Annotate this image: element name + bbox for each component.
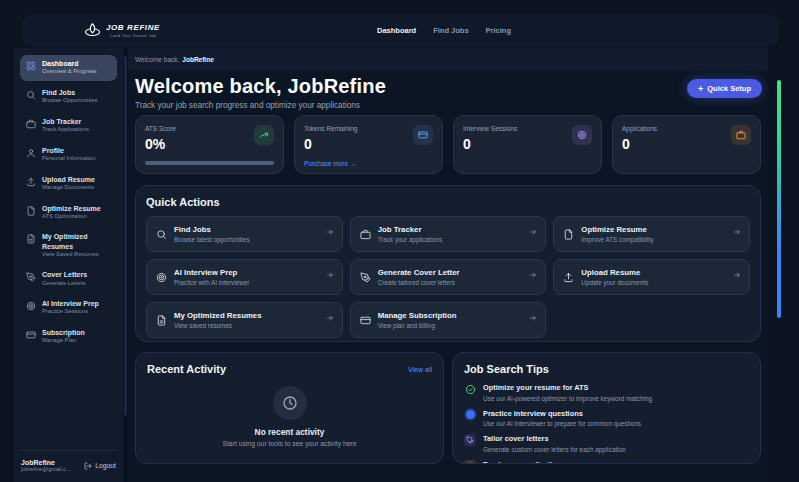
upload-icon bbox=[563, 272, 574, 283]
ats-progress-bar bbox=[145, 161, 274, 165]
user-name: JobRefine bbox=[21, 459, 71, 466]
file-icon bbox=[156, 315, 167, 326]
stats-row: ATS Score 0% Tokens Remaining 0 Purchase… bbox=[135, 115, 761, 174]
clock-icon bbox=[273, 386, 307, 420]
sidebar-footer: JobRefine jobrefine@gmail.c... Logout bbox=[20, 450, 117, 482]
tip-item-clipped: Track your applications bbox=[464, 460, 749, 464]
quick-action-generate-cover-letter[interactable]: Generate Cover LetterCreate tailored cov… bbox=[350, 259, 547, 295]
top-navbar: JOB REFINE Land Your Dream Job Dashboard… bbox=[22, 14, 779, 47]
briefcase-icon bbox=[26, 119, 36, 129]
page-scrollbar-thumb[interactable] bbox=[777, 80, 781, 318]
sidebar-item-label: My Optimized Resumes bbox=[42, 232, 111, 250]
stat-card-ats-score: ATS Score 0% bbox=[135, 115, 284, 174]
quick-action-title: Upload Resume bbox=[581, 268, 648, 277]
sidebar-item-subtitle: Generate Letters bbox=[42, 280, 87, 288]
blue-dot-icon bbox=[464, 409, 476, 421]
arrow-right-icon bbox=[529, 228, 537, 236]
sidebar-item-dashboard[interactable]: DashboardOverview & Progress bbox=[20, 55, 117, 81]
tip-title: Track your applications bbox=[483, 460, 566, 464]
sidebar-item-subtitle: Overview & Progress bbox=[42, 68, 96, 76]
quick-action-my-optimized-resumes[interactable]: My Optimized ResumesView saved resumes bbox=[146, 302, 343, 338]
sidebar-item-profile[interactable]: ProfilePersonal Information bbox=[20, 142, 117, 168]
quick-action-title: Generate Cover Letter bbox=[378, 268, 460, 277]
sidebar-item-my-optimized-resumes[interactable]: My Optimized ResumesView Saved Resumes bbox=[20, 228, 117, 263]
sidebar-menu: DashboardOverview & Progress Find JobsBr… bbox=[14, 48, 123, 450]
check-circle-icon bbox=[464, 383, 476, 395]
empty-subtitle: Start using our tools to see your activi… bbox=[147, 440, 432, 447]
sidebar-item-subtitle: Browse Opportunities bbox=[42, 97, 97, 105]
page-subtitle: Track your job search progress and optim… bbox=[135, 101, 360, 110]
sidebar-item-ai-interview-prep[interactable]: AI Interview PrepPractice Sessions bbox=[20, 295, 117, 321]
quick-action-manage-subscription[interactable]: Manage SubscriptionView plan and billing bbox=[350, 302, 547, 338]
sidebar-item-label: Find Jobs bbox=[42, 88, 97, 97]
view-all-link[interactable]: View all bbox=[408, 366, 432, 373]
tip-desc: Generate custom cover letters for each a… bbox=[483, 446, 626, 453]
rocket-logo-icon bbox=[84, 22, 101, 39]
quick-action-ai-interview-prep[interactable]: AI Interview PrepPractice with AI interv… bbox=[146, 259, 343, 295]
pen-icon bbox=[360, 272, 371, 283]
sidebar-item-cover-letters[interactable]: Cover LettersGenerate Letters bbox=[20, 266, 117, 292]
quick-setup-button[interactable]: + Quick Setup bbox=[687, 79, 762, 98]
target-icon bbox=[572, 125, 592, 145]
file-icon bbox=[563, 229, 574, 240]
sidebar: DashboardOverview & Progress Find JobsBr… bbox=[14, 48, 123, 482]
briefcase-icon bbox=[464, 460, 476, 464]
arrow-right-icon bbox=[733, 271, 741, 279]
trending-up-icon bbox=[254, 125, 274, 145]
quick-action-job-tracker[interactable]: Job TrackerTrack your applications bbox=[350, 216, 547, 252]
pen-icon bbox=[26, 272, 36, 282]
quick-action-title: Find Jobs bbox=[174, 225, 250, 234]
quick-actions-grid: Find JobsBrowse latest opportunities Job… bbox=[146, 216, 750, 338]
quick-action-title: My Optimized Resumes bbox=[174, 311, 262, 320]
tip-item: Tailor cover lettersGenerate custom cove… bbox=[464, 434, 749, 453]
pen-icon bbox=[464, 434, 476, 446]
logo[interactable]: JOB REFINE Land Your Dream Job bbox=[84, 14, 160, 47]
quick-action-upload-resume[interactable]: Upload ResumeUpdate your documents bbox=[553, 259, 750, 295]
sidebar-item-upload-resume[interactable]: Upload ResumeManage Documents bbox=[20, 171, 117, 197]
nav-links: Dashboard Find Jobs Pricing bbox=[377, 14, 511, 47]
logo-title: JOB REFINE bbox=[106, 23, 160, 32]
sidebar-item-label: Subscription bbox=[42, 328, 85, 337]
sidebar-item-subtitle: Track Applications bbox=[42, 126, 89, 134]
plus-icon: + bbox=[698, 84, 703, 94]
sidebar-item-find-jobs[interactable]: Find JobsBrowse Opportunities bbox=[20, 84, 117, 110]
quick-action-find-jobs[interactable]: Find JobsBrowse latest opportunities bbox=[146, 216, 343, 252]
arrow-right-icon bbox=[326, 314, 334, 322]
grid-icon bbox=[26, 61, 36, 71]
quick-action-title: Optimize Resume bbox=[581, 225, 653, 234]
page-title: Welcome back, JobRefine bbox=[135, 75, 386, 98]
job-search-tips-card: Job Search Tips Optimize your resume for… bbox=[452, 352, 761, 464]
sidebar-item-label: Profile bbox=[42, 146, 96, 155]
nav-link-dashboard[interactable]: Dashboard bbox=[377, 26, 416, 35]
user-email: jobrefine@gmail.c... bbox=[21, 466, 71, 472]
tips-title: Job Search Tips bbox=[464, 363, 549, 375]
quick-action-optimize-resume[interactable]: Optimize ResumeImprove ATS compatibility bbox=[553, 216, 750, 252]
tip-item: Practice interview questionsUse our AI i… bbox=[464, 409, 749, 428]
search-icon bbox=[26, 90, 36, 100]
sidebar-item-subscription[interactable]: SubscriptionManage Plan bbox=[20, 324, 117, 350]
sidebar-item-job-tracker[interactable]: Job TrackerTrack Applications bbox=[20, 113, 117, 139]
quick-action-subtitle: Update your documents bbox=[581, 279, 648, 286]
nav-link-find-jobs[interactable]: Find Jobs bbox=[433, 26, 468, 35]
arrow-right-icon bbox=[529, 314, 537, 322]
quick-action-subtitle: View saved resumes bbox=[174, 322, 262, 329]
briefcase-icon bbox=[360, 229, 371, 240]
search-icon bbox=[156, 229, 167, 240]
logout-button[interactable]: Logout bbox=[84, 462, 116, 470]
sidebar-item-label: Job Tracker bbox=[42, 117, 89, 126]
tip-desc: Use our AI-powered optimizer to improve … bbox=[483, 395, 652, 402]
empty-title: No recent activity bbox=[147, 427, 432, 437]
arrow-right-icon bbox=[733, 228, 741, 236]
purchase-more-link[interactable]: Purchase more → bbox=[304, 160, 356, 167]
logout-icon bbox=[84, 462, 92, 470]
quick-action-subtitle: Practice with AI interviewer bbox=[174, 279, 249, 286]
bottom-row: Recent Activity View all No recent activ… bbox=[135, 352, 761, 464]
sidebar-item-optimize-resume[interactable]: Optimize ResumeATS Optimization bbox=[20, 200, 117, 226]
sidebar-scrollbar-thumb[interactable] bbox=[124, 56, 127, 416]
file-icon bbox=[26, 206, 36, 216]
target-icon bbox=[156, 272, 167, 283]
upload-icon bbox=[26, 177, 36, 187]
sidebar-item-subtitle: Manage Plan bbox=[42, 337, 85, 345]
nav-link-pricing[interactable]: Pricing bbox=[486, 26, 511, 35]
tip-item: Optimize your resume for ATSUse our AI-p… bbox=[464, 383, 749, 402]
